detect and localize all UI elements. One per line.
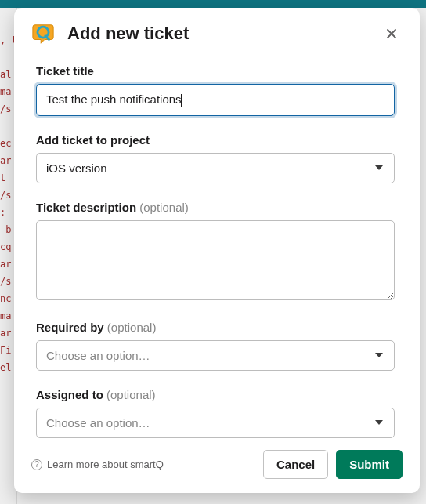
select-required-by[interactable]: Choose an option… — [36, 340, 395, 371]
add-ticket-modal: Add new ticket Ticket title Test the pus… — [14, 8, 420, 493]
cancel-button[interactable]: Cancel — [263, 450, 328, 479]
field-project: Add ticket to project iOS version — [36, 133, 395, 183]
label-project: Add ticket to project — [36, 133, 395, 147]
label-description: Ticket description (optional) — [36, 201, 395, 214]
modal-title: Add new ticket — [67, 24, 381, 44]
chevron-down-icon — [375, 353, 383, 357]
select-project-value: iOS version — [46, 161, 107, 175]
field-ticket-title: Ticket title Test the push notifications — [36, 64, 395, 116]
chevron-down-icon — [375, 165, 383, 170]
close-button[interactable] — [381, 23, 403, 45]
close-icon — [385, 27, 398, 40]
help-icon: ? — [31, 459, 42, 470]
submit-button[interactable]: Submit — [336, 450, 403, 479]
learn-more-link[interactable]: ? Learn more about smartQ — [31, 459, 164, 470]
label-ticket-title: Ticket title — [36, 64, 395, 78]
modal-footer: ? Learn more about smartQ Cancel Submit — [14, 439, 420, 493]
field-assigned-to: Assigned to (optional) Choose an option… — [36, 388, 395, 438]
label-assigned-to: Assigned to (optional) — [36, 388, 395, 401]
textarea-description[interactable] — [36, 220, 395, 300]
smartq-logo-icon — [31, 22, 55, 45]
learn-more-text: Learn more about smartQ — [47, 459, 164, 470]
input-ticket-title[interactable]: Test the push notifications — [36, 84, 395, 116]
select-assigned-to[interactable]: Choose an option… — [36, 408, 395, 438]
field-required-by: Required by (optional) Choose an option… — [36, 321, 395, 371]
label-required-by: Required by (optional) — [36, 321, 395, 334]
select-required-by-placeholder: Choose an option… — [46, 349, 150, 362]
chevron-down-icon — [375, 420, 383, 425]
field-description: Ticket description (optional) — [36, 201, 395, 303]
select-project[interactable]: iOS version — [36, 153, 395, 183]
select-assigned-to-placeholder: Choose an option… — [46, 416, 150, 430]
modal-body-scroll[interactable]: Ticket title Test the push notifications… — [14, 56, 417, 439]
text-caret — [181, 94, 182, 107]
input-ticket-title-value: Test the push notifications — [46, 92, 182, 106]
